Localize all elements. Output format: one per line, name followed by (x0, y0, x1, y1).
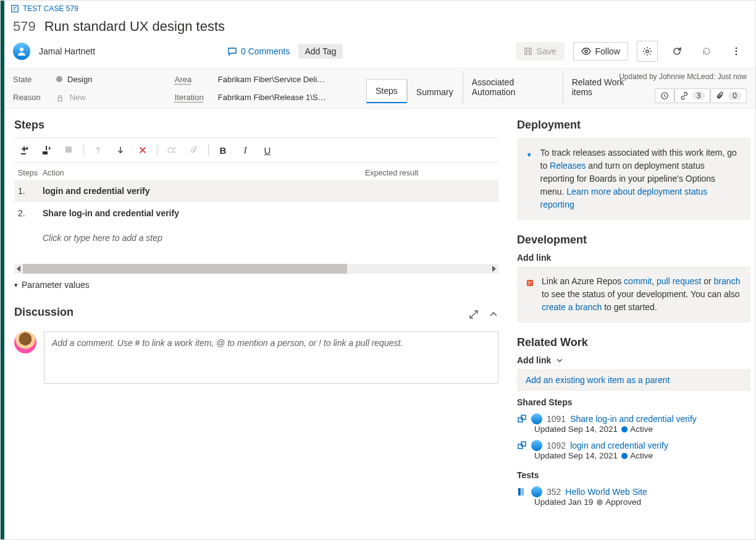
move-up-button[interactable] (90, 142, 106, 158)
add-tag-button[interactable]: Add Tag (298, 44, 342, 59)
move-down-button[interactable] (112, 142, 128, 158)
step-row[interactable]: 1. login and credential verify (14, 180, 498, 202)
svg-point-15 (529, 284, 530, 285)
insert-shared-step-button[interactable] (39, 142, 55, 158)
shared-steps-subheading: Shared Steps (517, 397, 750, 407)
parameter-values-toggle[interactable]: ▾ Parameter values (14, 280, 498, 290)
state-field[interactable]: Design (56, 75, 92, 84)
svg-rect-0 (12, 6, 19, 12)
eye-icon (581, 46, 591, 56)
development-add-link[interactable]: Add link (517, 253, 750, 263)
steps-col-header-expected: Expected result (365, 169, 495, 177)
development-heading: Development (517, 234, 750, 247)
tab-steps[interactable]: Steps (366, 79, 407, 103)
param-icon (167, 145, 177, 155)
related-item[interactable]: 1091 Share log-in and credential verify (517, 413, 750, 424)
shared-step-icon (42, 145, 52, 155)
test-suite-icon (517, 487, 527, 497)
refresh-button[interactable] (666, 41, 687, 62)
delete-step-button[interactable] (135, 142, 151, 158)
related-item-link[interactable]: login and credential verify (570, 441, 668, 450)
testcase-icon (10, 4, 19, 13)
comments-link[interactable]: 0 Comments (227, 46, 290, 56)
current-user-avatar (14, 331, 36, 353)
workitem-id: 579 (13, 19, 36, 35)
area-label: Area (175, 75, 207, 84)
refresh-icon (672, 46, 682, 56)
commit-link[interactable]: commit (624, 276, 652, 286)
svg-point-14 (529, 281, 530, 282)
svg-point-1 (20, 48, 23, 51)
tab-summary[interactable]: Summary (407, 80, 463, 103)
branch-icon (527, 275, 533, 291)
create-shared-steps-button[interactable] (61, 142, 77, 158)
area-field[interactable]: Fabrikam Fiber\Service Deli… (218, 75, 325, 84)
related-add-link-dropdown[interactable]: Add link (517, 355, 750, 365)
reason-label: Reason (13, 93, 45, 102)
delete-x-icon (138, 146, 147, 154)
insert-step-button[interactable] (17, 142, 33, 158)
attachments-button[interactable]: 0 (710, 88, 747, 103)
related-item[interactable]: 1092 login and credential verify (517, 440, 750, 451)
chevron-up-icon (489, 310, 498, 319)
svg-rect-22 (521, 488, 524, 496)
related-item-link[interactable]: Hello World Web Site (565, 487, 647, 497)
tests-subheading: Tests (517, 470, 750, 480)
more-vertical-icon (731, 46, 741, 56)
releases-link[interactable]: Releases (550, 161, 586, 171)
settings-button[interactable] (637, 41, 658, 62)
add-step-placeholder[interactable]: Click or type here to add a step (14, 224, 498, 251)
rocket-icon (527, 146, 532, 164)
steps-toolbar: B I U (14, 138, 498, 162)
insert-param-button[interactable] (164, 142, 180, 158)
reason-field[interactable]: New (56, 93, 86, 102)
breadcrumb-test-case[interactable]: TEST CASE 579 (10, 4, 78, 13)
bold-button[interactable]: B (215, 142, 231, 158)
arrow-up-icon (94, 146, 103, 154)
undo-icon (702, 46, 712, 56)
follow-button[interactable]: Follow (573, 42, 628, 61)
steps-horizontal-scrollbar[interactable] (14, 264, 498, 274)
pull-request-link[interactable]: pull request (657, 276, 701, 286)
expand-fullscreen-button[interactable] (469, 310, 479, 319)
svg-point-3 (646, 50, 649, 53)
add-parent-link-row[interactable]: Add an existing work item as a parent (517, 369, 750, 391)
collapse-button[interactable] (489, 310, 498, 319)
iteration-field[interactable]: Fabrikam Fiber\Release 1\S… (218, 93, 326, 102)
svg-point-11 (168, 148, 173, 153)
related-item-link[interactable]: Share log-in and credential verify (570, 414, 697, 424)
attachment-icon (716, 91, 724, 100)
expand-icon (469, 310, 479, 319)
person-icon (17, 46, 27, 56)
tab-associated-automation[interactable]: Associated Automation (463, 70, 563, 103)
avatar (531, 486, 542, 497)
svg-point-2 (585, 50, 587, 53)
branch-link[interactable]: branch (714, 276, 741, 286)
related-item[interactable]: 352 Hello World Web Site (517, 486, 750, 497)
step-row[interactable]: 2. Share log-in and credential verify (14, 202, 498, 224)
comment-icon (227, 46, 237, 56)
create-shared-icon (64, 145, 74, 155)
italic-button[interactable]: I (237, 142, 253, 158)
avatar (531, 413, 542, 424)
shared-steps-icon (517, 441, 527, 450)
assignee-avatar[interactable] (13, 43, 30, 60)
development-info-box: Link an Azure Repos commit, pull request… (517, 266, 750, 323)
history-icon (660, 91, 669, 100)
iteration-label: Iteration (175, 93, 207, 102)
workitem-title[interactable]: Run standard UX design tests (44, 19, 225, 35)
more-actions-button[interactable] (726, 41, 747, 62)
breadcrumb-label: TEST CASE 579 (23, 4, 78, 13)
discussion-input[interactable]: Add a comment. Use # to link a work item… (44, 331, 498, 384)
undo-button[interactable] (696, 41, 717, 62)
history-button[interactable] (655, 88, 674, 103)
save-button: Save (516, 42, 565, 61)
assignee-name[interactable]: Jamal Hartnett (39, 46, 95, 56)
svg-rect-10 (65, 146, 72, 153)
steps-col-header-n: Steps (18, 169, 43, 177)
underline-button[interactable]: U (259, 142, 275, 158)
svg-point-6 (736, 54, 737, 56)
links-button[interactable]: 3 (674, 88, 711, 103)
attach-file-button[interactable] (186, 142, 202, 158)
create-branch-link[interactable]: create a branch (542, 302, 602, 312)
